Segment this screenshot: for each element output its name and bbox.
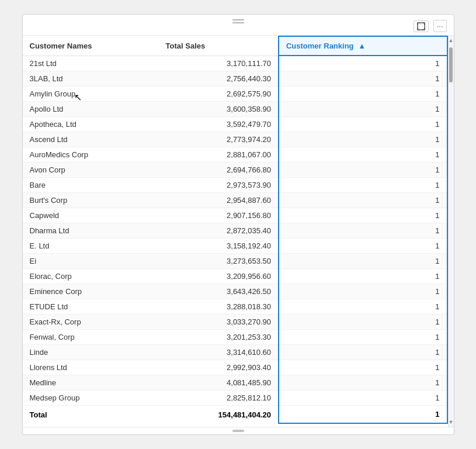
cell-total-sales: 2,954,887.60 xyxy=(159,193,279,208)
more-options-button[interactable]: ··· xyxy=(433,20,447,32)
total-row: Total 154,481,404.20 1 xyxy=(23,406,447,424)
cell-customer-name: Medline xyxy=(23,375,159,391)
panel-footer xyxy=(23,427,454,434)
total-ranking-value: 1 xyxy=(279,406,447,424)
cell-customer-name: Fenwal, Corp xyxy=(23,330,159,345)
cell-ranking: 1 xyxy=(279,132,447,147)
cell-ranking: 1 xyxy=(279,71,447,87)
cell-customer-name: 21st Ltd xyxy=(23,56,159,71)
cell-total-sales: 3,033,270.90 xyxy=(159,315,279,330)
cell-total-sales: 2,973,573.90 xyxy=(159,178,279,193)
cell-ranking: 1 xyxy=(279,193,447,208)
table-row: Avon Corp2,694,766.801 xyxy=(23,163,447,178)
cell-total-sales: 2,756,440.30 xyxy=(159,71,279,87)
cell-ranking: 1 xyxy=(279,223,447,239)
table-row: Elorac, Corp3,209,956.601 xyxy=(23,269,447,284)
cell-total-sales: 3,314,610.60 xyxy=(159,345,279,360)
table-row: AuroMedics Corp2,881,067.001 xyxy=(23,147,447,163)
cell-ranking: 1 xyxy=(279,330,447,345)
table-row: 21st Ltd3,170,111.701 xyxy=(23,56,447,71)
cell-customer-name: Elorac, Corp xyxy=(23,269,159,284)
table-row: Amylin Group2,692,575.901 xyxy=(23,87,447,102)
table-row: Burt's Corp2,954,887.601 xyxy=(23,193,447,208)
col-header-customer-ranking[interactable]: Customer Ranking ▲ xyxy=(279,36,447,56)
table-row: Apotheca, Ltd3,592,479.701 xyxy=(23,117,447,132)
panel-controls: ··· xyxy=(414,20,447,32)
cell-ranking: 1 xyxy=(279,208,447,223)
cell-customer-name: Avon Corp xyxy=(23,163,159,178)
table-row: Medline4,081,485.901 xyxy=(23,375,447,391)
cell-ranking: 1 xyxy=(279,360,447,375)
cell-ranking: 1 xyxy=(279,345,447,360)
cell-total-sales: 3,201,253.30 xyxy=(159,330,279,345)
cell-ranking: 1 xyxy=(279,87,447,102)
cell-ranking: 1 xyxy=(279,56,447,71)
svg-rect-0 xyxy=(418,23,425,30)
table-row: Linde3,314,610.601 xyxy=(23,345,447,360)
scroll-up-arrow[interactable]: ▲ xyxy=(449,36,454,45)
resize-handle[interactable] xyxy=(232,430,244,432)
drag-handle[interactable] xyxy=(232,19,244,23)
table-row: Eminence Corp3,643,426.501 xyxy=(23,284,447,299)
cell-total-sales: 3,209,956.60 xyxy=(159,269,279,284)
table-row: Dharma Ltd2,872,035.401 xyxy=(23,223,447,239)
cell-customer-name: E. Ltd xyxy=(23,239,159,254)
table-row: Exact-Rx, Corp3,033,270.901 xyxy=(23,315,447,330)
cell-total-sales: 3,273,653.50 xyxy=(159,254,279,269)
cell-ranking: 1 xyxy=(279,391,447,406)
cell-ranking: 1 xyxy=(279,269,447,284)
scroll-thumb-area[interactable] xyxy=(449,45,454,417)
cell-total-sales: 2,773,974.20 xyxy=(159,132,279,147)
cell-total-sales: 3,288,018.30 xyxy=(159,299,279,315)
cell-customer-name: Eminence Corp xyxy=(23,284,159,299)
table-scroll-area[interactable]: Customer Names Total Sales Customer Rank… xyxy=(23,36,448,427)
table-row: Llorens Ltd2,992,903.401 xyxy=(23,360,447,375)
cell-customer-name: Linde xyxy=(23,345,159,360)
table-row: ETUDE Ltd3,288,018.301 xyxy=(23,299,447,315)
table-row: Ei3,273,653.501 xyxy=(23,254,447,269)
col-header-total-sales[interactable]: Total Sales xyxy=(159,36,279,56)
cell-customer-name: Burt's Corp xyxy=(23,193,159,208)
cell-ranking: 1 xyxy=(279,284,447,299)
total-sales-value: 154,481,404.20 xyxy=(159,406,279,424)
cell-customer-name: Ei xyxy=(23,254,159,269)
cell-customer-name: Exact-Rx, Corp xyxy=(23,315,159,330)
cell-customer-name: Ascend Ltd xyxy=(23,132,159,147)
cell-ranking: 1 xyxy=(279,178,447,193)
cell-total-sales: 2,881,067.00 xyxy=(159,147,279,163)
cell-ranking: 1 xyxy=(279,102,447,117)
cell-customer-name: Apollo Ltd xyxy=(23,102,159,117)
scroll-thumb[interactable] xyxy=(449,47,453,82)
cell-total-sales: 4,081,485.90 xyxy=(159,375,279,391)
cell-ranking: 1 xyxy=(279,117,447,132)
cell-total-sales: 3,158,192.40 xyxy=(159,239,279,254)
cell-customer-name: ETUDE Ltd xyxy=(23,299,159,315)
table-row: Apollo Ltd3,600,358.901 xyxy=(23,102,447,117)
cell-ranking: 1 xyxy=(279,315,447,330)
cell-total-sales: 2,907,156.80 xyxy=(159,208,279,223)
col-header-customer-names[interactable]: Customer Names xyxy=(23,36,159,56)
cell-customer-name: AuroMedics Corp xyxy=(23,147,159,163)
cell-total-sales: 2,692,575.90 xyxy=(159,87,279,102)
cell-customer-name: 3LAB, Ltd xyxy=(23,71,159,87)
cell-total-sales: 3,592,479.70 xyxy=(159,117,279,132)
table-row: Medsep Group2,825,812.101 xyxy=(23,391,447,406)
cell-customer-name: Amylin Group xyxy=(23,87,159,102)
table-row: Bare2,973,573.901 xyxy=(23,178,447,193)
cell-total-sales: 2,872,035.40 xyxy=(159,223,279,239)
panel-header: ··· xyxy=(23,15,454,36)
table-row: Fenwal, Corp3,201,253.301 xyxy=(23,330,447,345)
cell-total-sales: 3,600,358.90 xyxy=(159,102,279,117)
vertical-scrollbar[interactable]: ▲ ▼ xyxy=(448,36,454,427)
cell-total-sales: 2,992,903.40 xyxy=(159,360,279,375)
total-label: Total xyxy=(23,406,159,424)
table-header-row: Customer Names Total Sales Customer Rank… xyxy=(23,36,447,56)
table-row: Ascend Ltd2,773,974.201 xyxy=(23,132,447,147)
cell-ranking: 1 xyxy=(279,299,447,315)
cell-total-sales: 2,825,812.10 xyxy=(159,391,279,406)
table-row: Capweld2,907,156.801 xyxy=(23,208,447,223)
cell-ranking: 1 xyxy=(279,239,447,254)
cell-ranking: 1 xyxy=(279,375,447,391)
expand-button[interactable] xyxy=(414,20,429,32)
scroll-down-arrow[interactable]: ▼ xyxy=(449,417,454,427)
